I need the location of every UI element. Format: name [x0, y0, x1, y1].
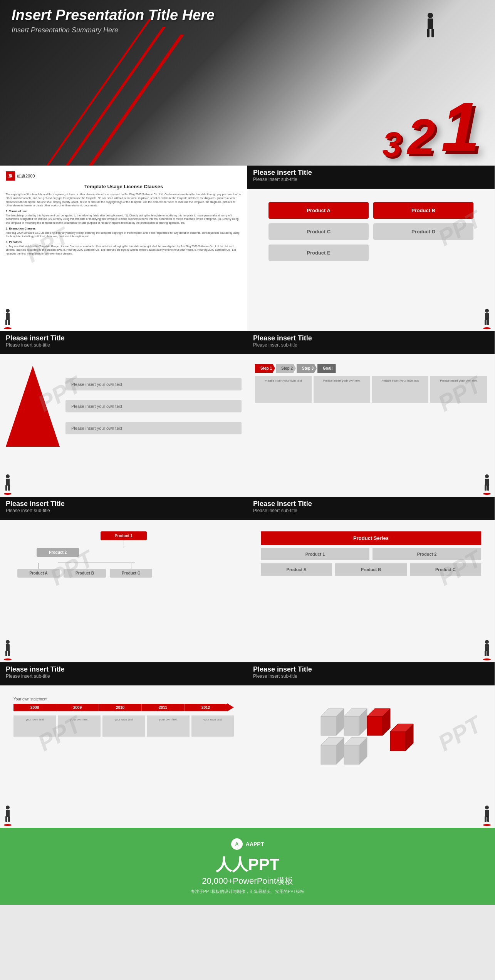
svg-rect-9: [485, 313, 489, 320]
product-series-slide: Please insert Title Please insert sub-ti…: [247, 497, 495, 662]
person-figure-5: [4, 640, 12, 660]
org-level3-a: Product A: [17, 569, 60, 578]
triangle-content: Please insert your own text Please inser…: [0, 354, 247, 497]
svg-rect-32: [8, 816, 10, 822]
product-a-btn[interactable]: Product A: [268, 202, 369, 219]
product-c-btn[interactable]: Product C: [268, 223, 369, 240]
org-level2-node: Product 2: [37, 548, 79, 557]
org-content: Product 1 Product 2 Product A: [0, 520, 247, 662]
products-grid-slide: Please insert Title Please insert sub-ti…: [247, 166, 495, 331]
org-vert-a: [39, 563, 39, 569]
hero-slide: Insert Presentation Title Here Insert Pr…: [0, 0, 495, 166]
logo-text: 红旗2000: [17, 173, 35, 179]
triangle-svg: [6, 364, 60, 449]
series-content: Product Series Product 1 Product 2 Produ…: [247, 520, 495, 662]
product-d-btn[interactable]: Product D: [373, 223, 473, 240]
product-e-btn[interactable]: Product E: [268, 245, 369, 261]
svg-rect-27: [485, 651, 487, 656]
timeline-years: 2008 2009 2010 2011 2012: [13, 704, 227, 711]
org-level3-c: Product C: [110, 569, 152, 578]
steps-header: Please insert Title Please insert sub-ti…: [247, 331, 495, 354]
svg-rect-14: [6, 479, 10, 486]
products-grid-header: Please insert Title Please insert sub-ti…: [247, 166, 495, 189]
steps-content: Step 1 Step 2 Step 3 Goal! Please insert…: [247, 354, 495, 497]
svg-marker-36: [344, 716, 359, 735]
steps-slide: Please insert Title Please insert sub-ti…: [247, 331, 495, 497]
person-figure-7: [4, 805, 12, 826]
triangle-header: Please insert Title Please insert sub-ti…: [0, 331, 247, 354]
step-arrows: Step 1 Step 2 Step 3 Goal!: [253, 360, 489, 376]
org-title: Please insert Title: [6, 500, 242, 508]
footer: A AAPPT 人人PPT 20,000+PowerPoint模板 专注于PPT…: [0, 828, 495, 905]
footer-sub-title: 20,000+PowerPoint模板: [202, 875, 293, 887]
timeline-box-1: your own text: [13, 715, 56, 737]
person-figure-8: [483, 805, 491, 826]
series-product-1: Product 1: [261, 548, 369, 560]
tri-label-2: Please insert your own text: [65, 400, 242, 412]
timeline-boxes: your own text your own text your own tex…: [13, 715, 234, 737]
products-grid-sub: Please insert sub-title: [253, 177, 489, 182]
svg-marker-12: [6, 366, 60, 447]
license-slide: 旗 红旗2000 Template Usage License Clauses …: [0, 166, 247, 331]
timeline-box-4: your own text: [147, 715, 189, 737]
step-boxes: Please insert your own text Please inser…: [253, 376, 489, 403]
step-1[interactable]: Step 1: [255, 364, 275, 373]
org-root-node: Product 1: [101, 531, 147, 540]
series-sub-text: Please insert sub-title: [253, 508, 489, 513]
license-logo: 旗 红旗2000: [6, 171, 242, 181]
row-1: 旗 红旗2000 Template Usage License Clauses …: [0, 166, 495, 331]
red-lines-decoration: [0, 0, 297, 166]
cubes-header: Please insert Title Please insert sub-ti…: [247, 662, 495, 685]
svg-marker-39: [367, 716, 383, 735]
red-line-2: [65, 27, 166, 166]
org-chart-slide: Please insert Title Please insert sub-ti…: [0, 497, 247, 662]
step-box-4: Please insert your own text: [430, 376, 487, 403]
series-header-bar: Please insert Title Please insert sub-ti…: [247, 497, 495, 520]
step-2[interactable]: Step 2: [276, 364, 296, 373]
svg-rect-53: [485, 816, 487, 822]
timeline-title: Please insert Title: [6, 665, 242, 673]
cubes-slide: Please insert Title Please insert sub-ti…: [247, 662, 495, 828]
product-b-btn[interactable]: Product B: [373, 202, 473, 219]
steps-title: Please insert Title: [253, 334, 489, 342]
svg-rect-1: [428, 18, 433, 29]
org-level3-row: Product A Product B Product C: [13, 563, 234, 578]
timeline-container: Your own statement 2008 2009 2010 2011 2…: [6, 691, 242, 742]
svg-rect-18: [485, 479, 489, 486]
tri-label-1: Please insert your own text: [65, 378, 242, 390]
row-4: Please insert Title Please insert sub-ti…: [0, 662, 495, 828]
cubes-svg: [313, 697, 429, 782]
timeline-header: Please insert Title Please insert sub-ti…: [0, 662, 247, 685]
org-root-row: Product 1: [13, 531, 234, 540]
step-box-1: Please insert your own text: [255, 376, 312, 403]
svg-rect-26: [485, 644, 489, 651]
footer-desc: 专注于PPT模板的设计与制作，汇集最精美、实用的PPT模板: [191, 889, 305, 895]
org-vert-b: [85, 563, 85, 569]
timeline-content: Your own statement 2008 2009 2010 2011 2…: [0, 685, 247, 828]
year-2012: 2012: [184, 704, 227, 711]
svg-rect-54: [487, 816, 489, 822]
timeline-slide: Please insert Title Please insert sub-ti…: [0, 662, 247, 828]
footer-logo-text: AAPPT: [246, 841, 264, 847]
triangle-title: Please insert Title: [6, 334, 242, 342]
timeline-box-5: your own text: [191, 715, 234, 737]
svg-rect-16: [8, 485, 10, 491]
svg-rect-5: [6, 313, 10, 320]
timeline-box-3: your own text: [102, 715, 145, 737]
svg-point-21: [6, 640, 10, 644]
svg-marker-48: [390, 732, 406, 751]
step-goal[interactable]: Goal!: [317, 364, 336, 373]
license-body: The copyrights of this template and the …: [6, 193, 242, 256]
timeline-track: 2008 2009 2010 2011 2012: [13, 703, 234, 712]
org-chart: Product 1 Product 2 Product A: [6, 526, 242, 583]
person-figure-6: [483, 640, 491, 660]
series-product-a: Product A: [261, 563, 332, 576]
svg-marker-33: [321, 716, 336, 735]
series-product-b: Product B: [335, 563, 406, 576]
triangle-labels: Please insert your own text Please inser…: [65, 378, 242, 434]
timeline-statement: Your own statement: [13, 697, 234, 701]
step-box-3: Please insert your own text: [372, 376, 429, 403]
step-3[interactable]: Step 3: [297, 364, 317, 373]
series-product-c: Product C: [410, 563, 481, 576]
svg-rect-19: [485, 485, 487, 491]
